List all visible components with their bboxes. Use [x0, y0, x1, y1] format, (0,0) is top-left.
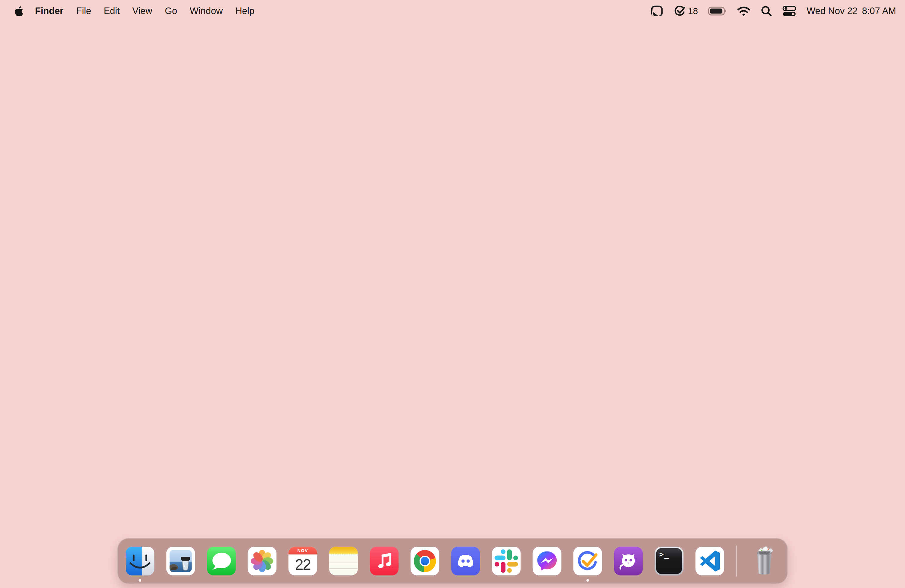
dock-item-messenger[interactable] [533, 547, 561, 575]
finder-icon [126, 547, 154, 575]
task-count-badge: 18 [688, 6, 698, 16]
control-center-menu-extra[interactable] [777, 6, 802, 16]
ticktick-menu-extra[interactable]: 18 [668, 5, 703, 17]
terminal-icon: >_ [655, 547, 684, 575]
menu-window[interactable]: Window [183, 6, 229, 16]
dock-item-chrome[interactable] [411, 547, 439, 575]
menu-view[interactable]: View [126, 6, 159, 16]
calendar-day: 22 [289, 555, 317, 575]
apple-icon [15, 6, 23, 16]
github-icon [614, 547, 643, 575]
dock-item-music[interactable] [370, 547, 399, 575]
notes-header [329, 547, 358, 553]
running-indicator [138, 579, 141, 582]
control-center-icon [782, 6, 797, 16]
dock-item-photos[interactable] [248, 547, 276, 575]
menu-clock[interactable]: Wed Nov 228:07 AM [802, 6, 905, 16]
sticker-peel-icon [650, 4, 664, 18]
apple-menu[interactable] [11, 6, 27, 16]
photos-icon [248, 547, 276, 575]
spotlight-search-icon [761, 5, 772, 17]
clock-date: Wed Nov 22 [807, 6, 857, 16]
discord-icon [451, 547, 480, 575]
messages-icon [207, 547, 236, 575]
menu-app-name[interactable]: Finder [29, 6, 70, 16]
desktop-wallpaper: Finder File Edit View Go Window Help 18 [0, 0, 905, 588]
chrome-icon [411, 547, 439, 575]
ticktick-check-icon [674, 5, 686, 17]
menu-file[interactable]: File [70, 6, 98, 16]
running-indicator [586, 579, 589, 582]
battery-menu-extra[interactable] [703, 6, 732, 16]
sticker-peel-menu-extra[interactable] [645, 4, 668, 18]
preview-icon [167, 547, 195, 575]
ticktick-icon [573, 547, 602, 575]
calendar-month: NOV [289, 547, 317, 555]
menu-go[interactable]: Go [159, 6, 183, 16]
messenger-icon [533, 547, 561, 575]
menu-bar: Finder File Edit View Go Window Help 18 [0, 0, 905, 22]
menu-help[interactable]: Help [229, 6, 261, 16]
terminal-prompt-glyph: >_ [659, 550, 670, 559]
dock: NOV 22 [117, 538, 788, 584]
wifi-icon [737, 6, 751, 16]
dock-item-preview[interactable] [167, 547, 195, 575]
trash-full-icon [749, 545, 779, 577]
menu-edit[interactable]: Edit [98, 6, 126, 16]
notes-paper [329, 553, 358, 575]
dock-item-discord[interactable] [451, 547, 480, 575]
dock-item-finder[interactable] [126, 547, 154, 575]
menu-bar-status: 18 [645, 4, 905, 18]
dock-divider [736, 545, 737, 577]
dock-item-ticktick[interactable] [573, 547, 602, 575]
dock-item-messages[interactable] [207, 547, 236, 575]
music-icon [370, 547, 399, 575]
clock-time: 8:07 AM [862, 6, 896, 16]
dock-item-trash[interactable] [749, 545, 779, 577]
dock-item-calendar[interactable]: NOV 22 [289, 547, 317, 575]
dock-item-notes[interactable] [329, 547, 358, 575]
dock-item-terminal[interactable]: >_ [655, 547, 684, 575]
battery-icon [708, 6, 727, 16]
notes-icon [329, 547, 358, 575]
wifi-menu-extra[interactable] [732, 6, 756, 16]
dock-item-github[interactable] [614, 547, 643, 575]
menu-bar-left: Finder File Edit View Go Window Help [0, 6, 261, 16]
slack-icon [492, 547, 521, 575]
spotlight-menu-extra[interactable] [756, 5, 777, 17]
dock-item-slack[interactable] [492, 547, 521, 575]
dock-item-vscode[interactable] [695, 547, 724, 575]
calendar-icon: NOV 22 [289, 547, 317, 575]
vscode-icon [695, 547, 724, 575]
